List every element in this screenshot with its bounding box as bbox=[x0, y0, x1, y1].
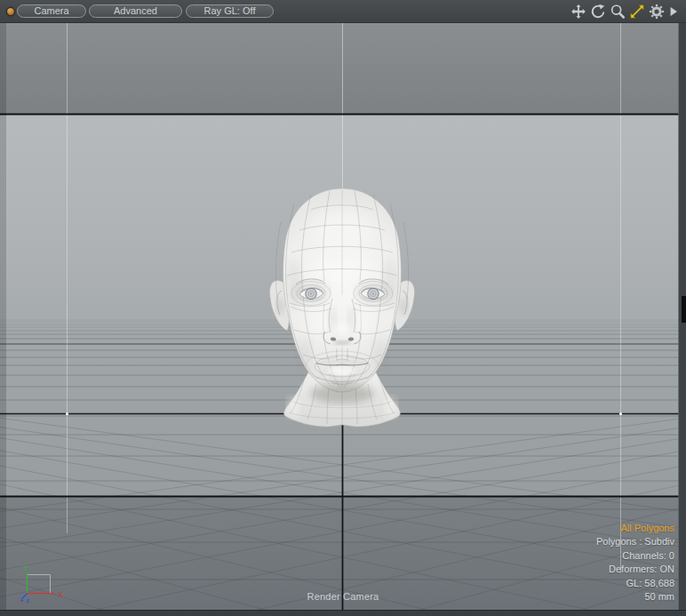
status-gl-count: GL: 58,688 bbox=[596, 577, 674, 590]
right-edge-notch[interactable] bbox=[682, 296, 686, 323]
zoom-icon[interactable] bbox=[610, 4, 626, 20]
viewport-state-indicator[interactable] bbox=[6, 7, 15, 16]
settings-gear-icon[interactable] bbox=[649, 4, 665, 20]
expand-arrow-icon[interactable] bbox=[668, 4, 679, 20]
toolbar-icon-group bbox=[567, 3, 679, 20]
toolbar-button-raygl[interactable]: Ray GL: Off bbox=[186, 4, 274, 18]
camera-name-label: Render Camera bbox=[0, 591, 686, 602]
toolbar-button-camera[interactable]: Camera bbox=[17, 4, 86, 18]
viewport-toolbar: Camera Advanced Ray GL: Off bbox=[0, 0, 686, 23]
right-edge-highlight bbox=[678, 22, 679, 616]
viewport-canvas[interactable]: Y X z bbox=[0, 0, 686, 616]
status-deformers: Deformers: ON bbox=[596, 563, 674, 576]
status-polygons: Polygons : Subdiv bbox=[596, 535, 674, 548]
left-edge-shade bbox=[0, 22, 6, 616]
toolbar-button-advanced[interactable]: Advanced bbox=[89, 4, 182, 18]
status-channels: Channels: 0 bbox=[596, 549, 674, 563]
rotate-icon[interactable] bbox=[590, 4, 606, 20]
maximize-icon[interactable] bbox=[629, 4, 645, 20]
pan-icon[interactable] bbox=[570, 4, 586, 20]
bottom-border-shadow bbox=[0, 610, 686, 611]
status-selection-mode: All Polygons bbox=[596, 522, 674, 535]
bottom-edge-border bbox=[0, 611, 686, 616]
3d-viewport-window: Y X z Camera Advanced Ray GL: Off bbox=[0, 0, 686, 616]
gizmo-y-label: Y bbox=[23, 564, 28, 572]
